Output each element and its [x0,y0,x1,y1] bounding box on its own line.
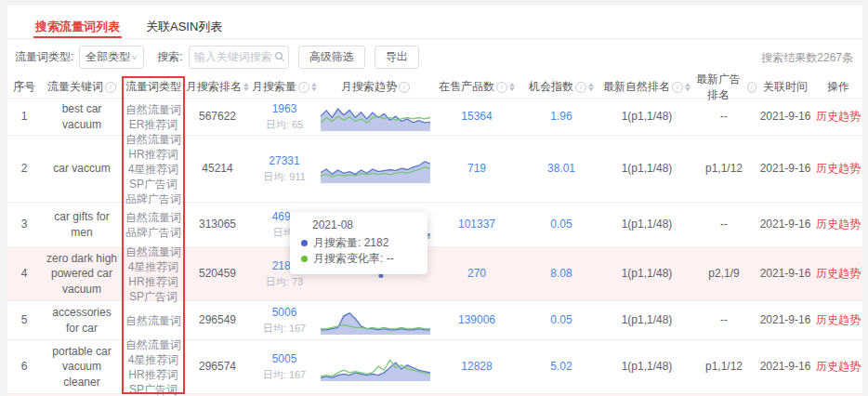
keyword: accessories for car [41,305,123,335]
info-icon[interactable]: i [496,82,507,93]
trend-sparkline[interactable] [318,103,433,131]
sort-icon[interactable] [243,83,249,91]
tooltip-month: 2021-08 [312,218,416,231]
organic-rank: 1(p1,1/48) [602,109,691,124]
info-icon[interactable]: i [575,82,586,93]
traffic-type-select[interactable]: 全部类型 ∨ [79,46,144,69]
history-trend-link[interactable]: 历史趋势 [814,266,862,281]
ad-rank: p2,1/9 [691,266,756,281]
trend-sparkline[interactable] [318,155,433,183]
tab-related-asin[interactable]: 关联ASIN列表 [144,15,224,38]
opportunity-index[interactable]: 38.01 [520,161,602,176]
opportunity-index[interactable]: 1.96 [520,109,602,124]
header-action: 操作 [814,79,862,94]
sort-icon[interactable] [311,83,317,91]
traffic-types: 自然流量词 4星推荐词 HR推荐词 SP广告词 [123,337,184,396]
month-rank: 296549 [184,312,251,327]
ad-rank: -- [691,312,756,327]
products-count[interactable]: 270 [433,266,520,281]
keywords-table: 序号 流量关键词i 流量词类型 月搜索排名 月搜索量i 月搜索趋势i 在售产品数… [7,76,862,394]
linked-date: 2021-9-16 [756,359,814,374]
organic-rank: 1(p1,1/48) [602,359,691,374]
info-icon[interactable]: i [399,82,410,93]
trend-sparkline[interactable] [318,307,433,335]
month-volume: 1963日均: 65 [251,101,318,131]
keyword: best car vacuum [41,101,123,131]
traffic-types: 自然流量词 HR推荐词 4星推荐词 SP广告词 品牌广告词 [123,132,184,206]
row-index: 3 [7,217,41,231]
products-count[interactable]: 139006 [433,312,520,327]
opportunity-index[interactable]: 0.05 [520,217,602,231]
main-panel: 搜索流量词列表 关联ASIN列表 流量词类型: 全部类型 ∨ 搜索: 高级筛选 … [7,6,862,396]
traffic-type-label: 流量词类型: [15,49,73,65]
traffic-types: 自然流量词 4星推荐词 HR推荐词 SP广告词 [123,244,184,304]
chevron-down-icon: ∨ [131,53,138,60]
linked-date: 2021-9-16 [756,161,814,176]
row-index: 2 [7,161,41,176]
products-count[interactable]: 101337 [433,217,520,231]
ad-rank: p1,1/12 [691,359,756,374]
history-trend-link[interactable]: 历史趋势 [814,217,862,231]
traffic-types: 自然流量词 [123,313,184,328]
header-opportunity: 机会指数i [520,79,602,94]
opportunity-index[interactable]: 5.02 [520,359,602,374]
keyword: car gifts for men [41,209,123,239]
keyword: zero dark high powered car vacuum [41,251,123,297]
trend-sparkline[interactable] [318,353,433,381]
export-button[interactable]: 导出 [375,46,419,69]
products-count[interactable]: 719 [433,161,520,176]
header-month-rank: 月搜索排名 [184,79,251,94]
info-icon[interactable]: i [672,82,683,93]
header-organic-rank: 最新自然排名i [602,79,691,94]
table-row: 6 portable car vacuum cleaner 自然流量词 4星推荐… [7,340,862,394]
history-trend-link[interactable]: 历史趋势 [814,312,862,327]
tooltip-volume-line: 月搜索量: 2182 [301,235,416,251]
header-month-volume: 月搜索量i [251,79,318,94]
keyword: car vaccum [41,161,123,176]
table-row: 2 car vaccum 自然流量词 HR推荐词 4星推荐词 SP广告词 品牌广… [7,136,862,203]
info-icon[interactable]: i [298,82,309,93]
result-count: 搜索结果数2267条 [761,50,853,66]
sort-icon[interactable] [588,83,594,91]
row-index: 4 [7,266,41,281]
sort-icon[interactable] [509,83,515,91]
green-dot-icon [301,256,308,262]
products-count[interactable]: 12828 [433,359,520,374]
month-rank: 520459 [184,266,251,281]
month-rank: 567622 [184,109,251,124]
search-icon[interactable] [274,51,285,62]
history-trend-link[interactable]: 历史趋势 [814,109,862,124]
opportunity-index[interactable]: 0.05 [520,312,602,327]
organic-rank: 1(p1,1/48) [602,217,691,231]
advanced-filter-button[interactable]: 高级筛选 [298,46,365,69]
sort-icon[interactable] [685,83,690,91]
search-input[interactable] [194,50,274,63]
header-traffic-type: 流量词类型 [123,79,184,94]
opportunity-index[interactable]: 8.08 [520,266,602,281]
table-row: 3 car gifts for men 自然流量词 品牌广告词 313065 4… [7,203,862,247]
header-keyword: 流量关键词i [41,79,123,94]
trend-tooltip: 2021-08 月搜索量: 2182 月搜索变化率: -- [290,212,427,274]
table-row: 5 accessories for car 自然流量词 296549 5006日… [7,301,862,340]
row-index: 6 [7,359,41,374]
month-rank: 313065 [184,217,251,231]
traffic-types: 自然流量词 品牌广告词 [123,210,184,240]
organic-rank: 1(p1,1/48) [602,312,691,327]
ad-rank: p1,1/12 [691,161,756,176]
history-trend-link[interactable]: 历史趋势 [814,161,862,176]
keyword: portable car vacuum cleaner [41,344,123,389]
info-icon[interactable]: i [105,82,116,93]
month-rank: 45214 [184,161,251,176]
row-index: 1 [7,109,41,124]
header-ad-rank: 最新广告排名i [691,72,756,101]
ad-rank: -- [691,217,756,231]
info-icon[interactable]: i [747,82,756,93]
month-volume: 27331日均: 911 [251,153,318,183]
products-count[interactable]: 15364 [433,109,520,124]
tab-search-traffic-words[interactable]: 搜索流量词列表 [33,15,122,38]
row-index: 5 [7,312,41,327]
traffic-type-value: 全部类型 [85,49,130,65]
month-volume: 5005日均: 167 [251,351,318,381]
search-box [189,46,289,69]
history-trend-link[interactable]: 历史趋势 [814,359,862,374]
